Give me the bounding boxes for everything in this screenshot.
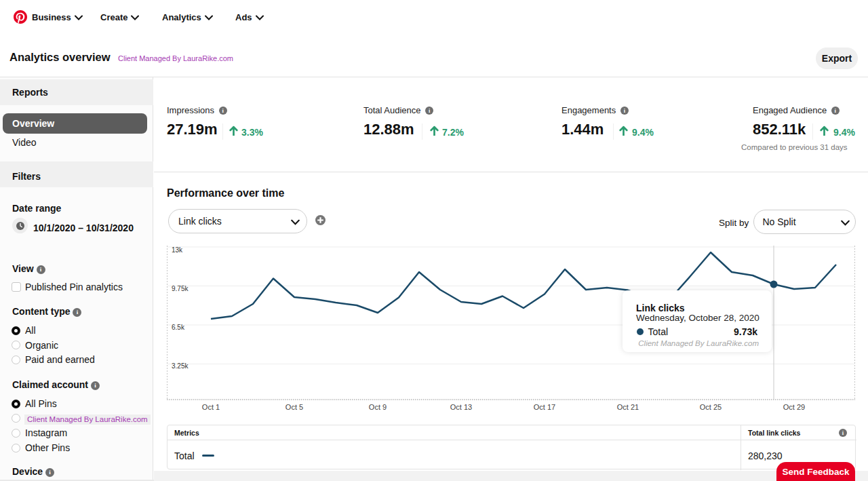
svg-text:Oct 1: Oct 1 xyxy=(202,403,220,411)
svg-text:13k: 13k xyxy=(172,246,183,254)
svg-text:Oct 29: Oct 29 xyxy=(783,403,805,411)
svg-text:3.25k: 3.25k xyxy=(172,362,189,370)
svg-text:Oct 21: Oct 21 xyxy=(617,403,639,411)
svg-text:Oct 25: Oct 25 xyxy=(700,403,722,411)
svg-text:Oct 13: Oct 13 xyxy=(450,403,472,411)
svg-text:Oct 5: Oct 5 xyxy=(285,403,303,411)
svg-text:Oct 9: Oct 9 xyxy=(369,403,387,411)
svg-text:6.5k: 6.5k xyxy=(172,324,185,331)
svg-text:Oct 17: Oct 17 xyxy=(534,403,555,411)
svg-text:9.75k: 9.75k xyxy=(172,285,189,292)
